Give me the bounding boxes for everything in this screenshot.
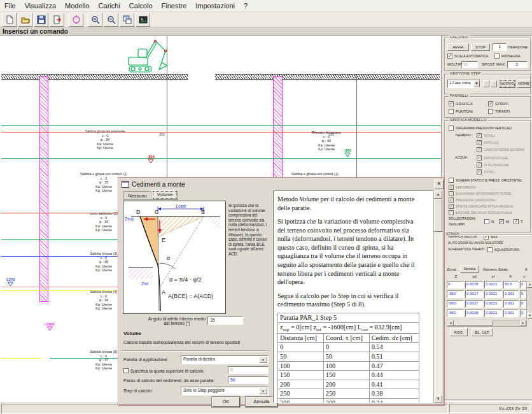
strati-cell[interactable]: 0.001 xyxy=(503,290,519,298)
save-button[interactable] xyxy=(34,13,48,27)
tab-nessuno[interactable]: Nessuno xyxy=(123,191,151,200)
angolo-attrito-field[interactable]: 35 xyxy=(207,317,243,325)
diagrammi-spostamenti-checkbox[interactable]: DIAGRAMMI SPOSTAMENTI-FORZE xyxy=(449,191,512,196)
grafica-checkbox[interactable]: GRAFICA xyxy=(449,101,473,106)
numero-strati-label: Numero Strati: xyxy=(483,267,508,271)
zoom-in-button[interactable] xyxy=(88,13,102,27)
strati-cell[interactable]: -360 xyxy=(447,290,464,298)
specifica-quota-checkbox[interactable]: Specifica la quota superiore di calcolo: xyxy=(123,368,204,373)
strati-vscrollbar[interactable]: ▲ ▼ xyxy=(526,281,532,319)
strati-cell[interactable]: 0.0021 xyxy=(484,300,502,308)
totali-acqua-checkbox[interactable]: TOTALI xyxy=(477,169,495,175)
menu-item-modello[interactable]: Modello xyxy=(60,1,94,11)
paratia-applicazione-label: Paratia di applicazione: xyxy=(123,357,168,362)
diagrammi-pressioni-checkbox[interactable]: DIAGRAMMI PRESSIONI VERTICALI xyxy=(449,125,512,131)
step-prev-button[interactable]: < xyxy=(483,80,489,87)
strati-cell[interactable]: 0.001 xyxy=(503,310,519,317)
carichi-terre-checkbox[interactable]: CARICHI/TERRE ESTERNI xyxy=(477,147,524,152)
nome-button[interactable]: NOME xyxy=(517,80,531,88)
terreno-label: TERRENO : xyxy=(455,133,473,137)
paratia-select[interactable]: Paratia di destra xyxy=(181,355,269,364)
hscroll-thumb[interactable] xyxy=(454,320,493,326)
menu-item-carichi[interactable]: Carichi xyxy=(94,1,125,11)
menu-item-visualizza[interactable]: Visualizza xyxy=(20,1,60,11)
schema-statico-checkbox[interactable]: SCHEMA STATICO E PRESS. ORIZZONTAL xyxy=(449,178,522,183)
method-description-pane[interactable]: Metodo Volume per il calcolo dei cedimen… xyxy=(273,190,433,403)
checkbox-icon xyxy=(449,197,454,203)
scroll-down-icon[interactable]: ▼ xyxy=(434,395,442,403)
strati-cell[interactable]: 0.0018 xyxy=(465,281,483,289)
menu-item-finestre[interactable]: Finestre xyxy=(157,1,192,11)
strati-hscrollbar[interactable]: ◄ ► xyxy=(447,320,527,327)
pressioni-orizzontali-checkbox[interactable]: PRESSIONI ORIZZONTALI xyxy=(449,197,496,203)
passo-calcolo-field[interactable]: 50 xyxy=(228,376,269,384)
checkbox-icon xyxy=(449,109,454,114)
strati-cell[interactable]: 0.0021 xyxy=(484,310,502,317)
menu-item-file[interactable]: File xyxy=(0,1,20,11)
step-calcolo-select[interactable]: Solo lo Step peggiore xyxy=(181,387,269,396)
strati-cell[interactable]: 0.001 xyxy=(503,300,519,308)
m-checkbox[interactable]: M xyxy=(499,219,509,224)
strati-cell[interactable]: 0.0017 xyxy=(465,300,483,308)
strati-cell[interactable]: 50.5 xyxy=(503,281,519,289)
strati-cell[interactable]: -960 xyxy=(447,310,464,317)
zona-destra-button[interactable]: Destra xyxy=(460,265,479,273)
nuovo-button[interactable]: NUOVO xyxy=(499,80,515,88)
efficaci-checkbox[interactable]: EFFICACI xyxy=(477,140,499,145)
level-triangle-icon xyxy=(7,282,13,287)
scala-automatica-checkbox[interactable]: SCALA AUTOMATICA xyxy=(447,54,488,59)
scroll-left-icon[interactable]: ◄ xyxy=(447,320,454,326)
ok-button[interactable]: OK xyxy=(212,397,240,407)
spost-max-field[interactable]: 2. xyxy=(507,61,528,68)
n-checkbox[interactable]: N xyxy=(484,219,494,224)
idrostatiche-checkbox[interactable]: IDROSTATICHE xyxy=(477,155,508,161)
moltip-field[interactable]: 10 xyxy=(461,61,478,68)
strati-cell[interactable]: 0.0021 xyxy=(484,290,502,298)
scroll-up-icon[interactable]: ▲ xyxy=(434,190,442,199)
step-combo-arrow[interactable]: ▼ xyxy=(473,80,480,87)
step-next-button[interactable]: > xyxy=(491,80,497,87)
strati-cell[interactable]: 0.0018 xyxy=(465,310,483,317)
circle-tool-button[interactable] xyxy=(69,13,83,27)
tiranti-checkbox[interactable]: TIRANTI xyxy=(488,109,510,114)
strati-checkbox[interactable]: STRATI xyxy=(488,101,508,106)
el-ult-button[interactable]: EL. ULT. xyxy=(472,328,493,336)
ridisegna-checkbox[interactable]: RIDISEGNA xyxy=(494,54,521,59)
close-icon[interactable]: ✕ xyxy=(434,180,444,189)
strati-cell[interactable]: 0 xyxy=(447,281,464,289)
filtrazione-checkbox[interactable]: DI FILTRAZIONE xyxy=(477,162,509,168)
new-file-button[interactable] xyxy=(2,13,17,27)
scroll-thumb[interactable] xyxy=(434,199,442,232)
totali-terreno-checkbox[interactable]: TOTALI xyxy=(477,133,495,138)
scroll-right-icon[interactable]: ► xyxy=(520,320,526,326)
errore-relativo-checkbox[interactable]: ERRORE RELATIVO PERCENTUALE xyxy=(449,210,512,215)
export-button[interactable] xyxy=(50,13,64,27)
dialog-scrollbar[interactable]: ▲ ▼ xyxy=(433,190,442,403)
scroll-down-icon[interactable]: ▼ xyxy=(527,313,532,319)
iterazione-field[interactable]: 1 xyxy=(493,43,507,51)
zoom-out-button[interactable] xyxy=(104,13,118,27)
strati-cell[interactable]: 0.0021 xyxy=(484,281,502,289)
dialog-titlebar[interactable]: Cedimenti a monte xyxy=(120,180,442,189)
scroll-up-icon[interactable]: ▲ xyxy=(527,282,532,288)
puntoni-checkbox[interactable]: PUNTONI xyxy=(449,109,473,114)
image-capture-button[interactable] xyxy=(136,13,150,27)
deformata-checkbox[interactable]: DEFORMATA xyxy=(449,185,476,190)
t-checkbox[interactable]: T xyxy=(514,219,523,224)
menu-item-impostazioni[interactable]: Impostazioni xyxy=(191,1,239,11)
menu-item-[interactable]: ? xyxy=(239,1,252,11)
spinte-graduate-checkbox[interactable]: SPINTE GRADUATE ATTIVA-PASSIVA xyxy=(449,204,513,209)
stop-button[interactable]: STOP xyxy=(471,43,490,51)
open-file-button[interactable] xyxy=(18,13,32,27)
tab-volume[interactable]: Volume xyxy=(151,190,178,200)
checkbox-icon xyxy=(488,101,493,106)
layer-boundary-line xyxy=(1,158,441,159)
cascade-windows-button[interactable] xyxy=(120,13,134,27)
menu-item-calcolo[interactable]: Calcolo xyxy=(125,1,157,11)
strati-cell[interactable]: 0.0017 xyxy=(465,290,483,298)
diagram-point-a: A xyxy=(162,289,165,296)
quota-superiore-field[interactable]: 0 xyxy=(228,366,269,374)
strati-cell[interactable]: -560 xyxy=(447,300,464,308)
agg-button[interactable]: AGG. xyxy=(450,328,468,336)
avvia-button[interactable]: AVVIA xyxy=(447,43,469,51)
